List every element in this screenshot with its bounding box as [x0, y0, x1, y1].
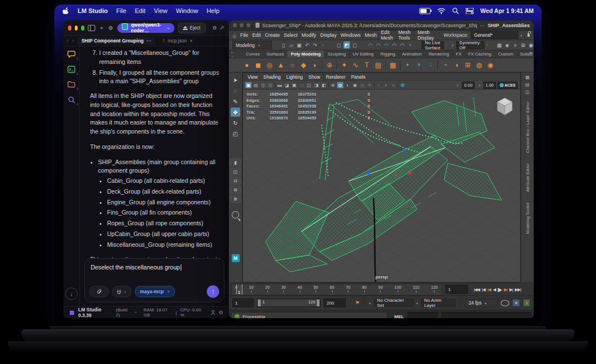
statusline-icon[interactable]: ◠: [399, 41, 406, 49]
exposure-field[interactable]: 0.00: [462, 82, 475, 89]
chat-composer[interactable]: Deselect the miscellaneous group ⌄: [84, 258, 224, 302]
chevron-down-icon[interactable]: ▾: [369, 301, 371, 305]
shelf-tool-icon[interactable]: ●: [242, 62, 251, 68]
tab-close-icon[interactable]: ×: [190, 38, 193, 44]
integrations-button[interactable]: ⌄: [112, 286, 131, 297]
shelf-menu-icons[interactable]: ▪○: [231, 51, 233, 58]
shelf-tool-icon[interactable]: [400, 61, 401, 70]
shelf-tool-icon[interactable]: ✦: [340, 62, 348, 68]
viewport-toolbar-icon[interactable]: ▣: [245, 82, 252, 88]
statusline-icon[interactable]: ↶: [304, 41, 310, 49]
shelf-tool-icon[interactable]: ○: [288, 62, 296, 68]
menu-modify[interactable]: Modify: [301, 32, 316, 38]
statusline-icon[interactable]: ▦: [496, 41, 503, 49]
auto-key-icon[interactable]: ◆: [512, 299, 520, 307]
wifi-icon[interactable]: [437, 8, 445, 14]
expand-icon[interactable]: ›: [487, 41, 488, 49]
shelf-tool-icon[interactable]: [385, 61, 386, 70]
viewport-toolbar-icon[interactable]: ◧: [321, 82, 327, 88]
zoom-window-button[interactable]: [246, 23, 250, 27]
statusline-icon[interactable]: ⊞: [520, 41, 526, 49]
wrench-icon[interactable]: [220, 24, 224, 31]
statusline-icon[interactable]: ◉: [527, 41, 534, 49]
tool-icon[interactable]: ↻: [231, 118, 240, 127]
chevron-up-icon[interactable]: ^: [135, 310, 137, 315]
statusline-icon[interactable]: ◠: [391, 41, 398, 49]
viewport-toolbar-icon[interactable]: ▭: [299, 82, 305, 88]
playback-button[interactable]: ◀: [493, 287, 496, 292]
shelf-tool-icon[interactable]: ⊕: [325, 62, 334, 68]
statusline-icon[interactable]: ◠: [383, 41, 390, 49]
shelf-tool-icon[interactable]: +: [403, 62, 412, 68]
window-layout-icon[interactable]: [88, 24, 95, 32]
shelf-tool-icon[interactable]: ∴: [426, 62, 435, 68]
animation-end-field[interactable]: 200: [323, 298, 345, 307]
panel-menu-lighting[interactable]: Lighting: [286, 74, 303, 80]
shelf-tool-icon[interactable]: [322, 61, 322, 70]
shelf-tab[interactable]: FX: [452, 50, 465, 58]
tool-icon[interactable]: ✎: [231, 97, 240, 106]
menubar-item-window[interactable]: Window: [176, 7, 198, 14]
sidebar-item-my-models[interactable]: 3: [66, 79, 77, 89]
downloads-button[interactable]: ↓: [65, 288, 78, 300]
character-set-selector[interactable]: No Character Set: [374, 299, 414, 307]
shelf-tool-icon[interactable]: [437, 61, 438, 70]
viewport-toolbar-icon[interactable]: ⊕: [330, 82, 336, 88]
playback-button[interactable]: ▶▶|: [515, 287, 521, 292]
shelf-tool-icon[interactable]: ▦: [389, 62, 397, 68]
panel-menu-view[interactable]: View: [248, 74, 258, 80]
shelf-tool-icon[interactable]: ◍: [475, 62, 483, 68]
nav-forward-icon[interactable]: ›: [72, 38, 74, 44]
statusline-icon[interactable]: ›: [320, 41, 326, 49]
mcp-server-pill[interactable]: maya-mcp ×: [135, 286, 175, 297]
shelf-tool-icon[interactable]: ⊞: [463, 62, 472, 68]
sidebar-item-chat[interactable]: 1: [66, 49, 77, 59]
shelf-tab[interactable]: UV Editing: [349, 50, 377, 58]
layout-shortcut-button[interactable]: ◫: [230, 168, 241, 175]
shelf-tool-icon[interactable]: ◼: [254, 62, 262, 68]
layout-shortcut-button[interactable]: ≣: [230, 195, 241, 203]
menubar-item-file[interactable]: File: [116, 7, 126, 14]
mel-input-field[interactable]: [407, 312, 438, 318]
minimize-window-button[interactable]: [75, 25, 78, 31]
viewport-toolbar-icon[interactable]: [328, 82, 329, 88]
viewport-toolbar-icon[interactable]: ▣: [291, 82, 297, 88]
sidebar-panel-icon[interactable]: ◫: [524, 89, 531, 95]
statusline-icon[interactable]: ▾: [407, 41, 414, 49]
tab-channel-box[interactable]: Channel Box / Layer Editor: [526, 101, 530, 153]
range-slider[interactable]: 1 120: [257, 298, 321, 307]
range-start-handle[interactable]: [258, 299, 261, 306]
menubar-item-view[interactable]: View: [154, 7, 168, 14]
app-version[interactable]: LM Studio 0.3.39: [78, 307, 113, 318]
playback-button[interactable]: ▶|: [509, 287, 513, 292]
color-management-button[interactable]: ACES: [497, 82, 518, 89]
viewport-toolbar-icon[interactable]: ○: [390, 82, 397, 88]
exposure-icon[interactable]: ◐: [454, 82, 461, 88]
shelf-tool-icon[interactable]: ∿: [351, 62, 360, 68]
attach-file-button[interactable]: [90, 286, 109, 297]
chevron-down-icon[interactable]: ▾: [416, 301, 418, 305]
playback-loop-icon[interactable]: [501, 300, 509, 306]
settings-icon[interactable]: ⚙: [108, 24, 113, 32]
menu-select[interactable]: Select: [284, 32, 297, 38]
playback-button[interactable]: ▶|: [504, 287, 507, 292]
layout-shortcut-button[interactable]: ⊞: [230, 186, 241, 194]
live-surface-field[interactable]: No Live Surface: [422, 41, 444, 49]
tool-icon[interactable]: ✥: [231, 108, 240, 117]
shelf-tool-icon[interactable]: ◗: [310, 62, 319, 68]
statusline-icon[interactable]: ▣: [296, 41, 303, 49]
shelf-tool-icon[interactable]: ×: [415, 62, 423, 68]
tool-icon[interactable]: ◌: [231, 86, 240, 95]
send-button[interactable]: ↑: [207, 285, 219, 298]
menu-set-selector[interactable]: Modeling ▾: [232, 41, 272, 49]
fps-selector[interactable]: 24 fps ▾: [465, 299, 498, 307]
nav-back-icon[interactable]: ‹: [67, 38, 69, 44]
new-chat-button[interactable]: +: [99, 24, 104, 32]
viewport-toolbar-icon[interactable]: ▥: [260, 82, 266, 88]
shelf-tab[interactable]: Custom: [495, 50, 517, 58]
menu-display[interactable]: Display: [320, 32, 337, 38]
statusline-icon[interactable]: [327, 41, 334, 49]
spotlight-search-icon[interactable]: [452, 7, 459, 14]
statusline-icon[interactable]: [359, 41, 366, 49]
viewport-3d-view[interactable]: Verts: 16854495 16375203 0 Edges: 338036…: [243, 89, 520, 282]
